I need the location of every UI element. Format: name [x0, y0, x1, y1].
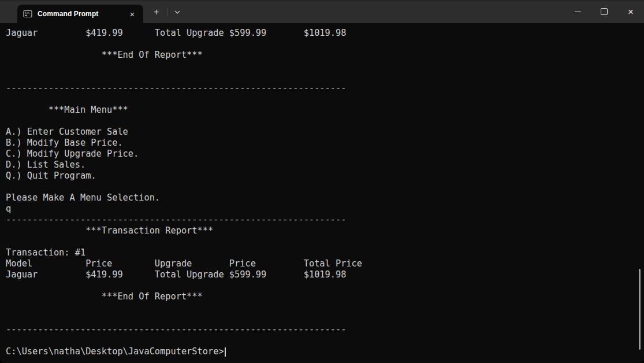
close-button[interactable]: × [617, 0, 644, 23]
tab-close-icon[interactable]: × [127, 9, 137, 19]
tabbar-divider [167, 8, 167, 16]
terminal-window: C:\ Command Prompt × + × Jaguar [0, 0, 644, 363]
scrollbar-thumb[interactable] [639, 269, 641, 350]
tab-title: Command Prompt [38, 10, 122, 18]
new-tab-button[interactable]: + [149, 6, 164, 18]
maximize-icon [601, 8, 608, 15]
minimize-button[interactable] [564, 0, 591, 23]
command-prompt-icon: C:\ [23, 9, 32, 18]
terminal-output: Jaguar $419.99 Total Upgrade $599.99 $10… [0, 23, 644, 357]
text-cursor [225, 347, 226, 357]
tab-dropdown-button[interactable] [170, 6, 185, 18]
minimize-icon [575, 12, 581, 12]
terminal-viewport[interactable]: Jaguar $419.99 Total Upgrade $599.99 $10… [0, 23, 644, 363]
prompt-text: C:\Users\natha\Desktop\JavaComputerStore… [6, 346, 224, 357]
close-icon: × [628, 7, 634, 17]
titlebar[interactable]: C:\ Command Prompt × + × [0, 0, 644, 23]
tab-command-prompt[interactable]: C:\ Command Prompt × [17, 5, 143, 23]
svg-text:C:\: C:\ [25, 12, 30, 14]
maximize-button[interactable] [591, 0, 617, 23]
window-controls: × [564, 0, 644, 23]
chevron-down-icon [174, 9, 181, 16]
